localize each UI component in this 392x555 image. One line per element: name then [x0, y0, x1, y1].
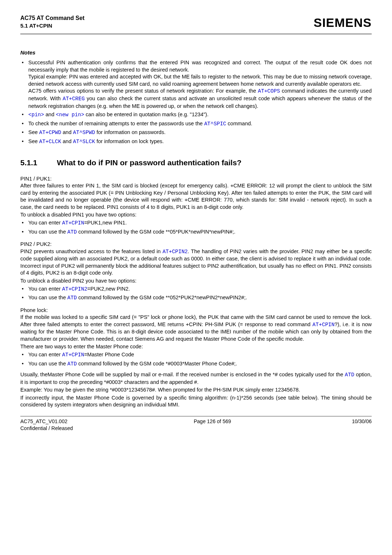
footer-confidential: Confidential / Released: [20, 425, 73, 432]
link-at-spwd[interactable]: AT^SPWD: [73, 130, 95, 135]
list-item: You can use the ATD command followed by …: [20, 294, 372, 302]
notes-list: Successful PIN authentication only confi…: [20, 59, 372, 145]
header-title-block: AC75 AT Command Set 5.1 AT+CPIN: [20, 15, 85, 29]
footer-right: 10/30/06: [352, 418, 372, 432]
list-item: You can use the ATD command followed by …: [20, 360, 372, 368]
link-at-cpin[interactable]: AT+CPIN: [62, 220, 84, 226]
pin2-label: PIN2 / PUK2:: [20, 241, 372, 248]
page-header: AC75 AT Command Set 5.1 AT+CPIN SIEMENS: [20, 15, 372, 31]
note-item: See AT+CPWD and AT^SPWD for information …: [20, 129, 372, 137]
section-title: What to do if PIN or password authentica…: [57, 158, 242, 168]
phone-incorrect: If incorrectly input, the Master Phone C…: [20, 394, 372, 409]
link-at-cpwd[interactable]: AT+CPWD: [39, 130, 61, 135]
opt-text: You can use the: [28, 295, 68, 300]
note-item: To check the number of remaining attempt…: [20, 120, 372, 128]
opt-text: =Master Phone Code: [84, 352, 134, 357]
link-at-cpin[interactable]: AT+CPIN: [62, 352, 84, 358]
link-at-cpin2[interactable]: AT+CPIN2: [163, 249, 188, 255]
list-item: You can enter AT+CPIN2=PUK2,new PIN2.: [20, 285, 372, 293]
opt-text: =PUK2,new PIN2.: [87, 286, 130, 292]
note-item: See AT+CLCK and AT^SLCK for information …: [20, 138, 372, 146]
page-footer: AC75_ATC_V01.002 Confidential / Released…: [20, 417, 372, 432]
opt-text: command followed by the GSM code *#0003*…: [77, 361, 237, 366]
footer-left: AC75_ATC_V01.002 Confidential / Released: [20, 418, 73, 432]
opt-text: =PUK1,new PIN1.: [84, 220, 127, 226]
pin2-options: You can enter AT+CPIN2=PUK2,new PIN2. Yo…: [20, 285, 372, 302]
opt-text: You can enter: [28, 220, 62, 226]
list-item: You can use the ATD command followed by …: [20, 228, 372, 236]
param-pin: <pin>: [28, 112, 44, 118]
link-at-cops[interactable]: AT+COPS: [258, 88, 280, 94]
list-item: You can enter AT+CPIN=Master Phone Code: [20, 351, 372, 359]
pin1-options: You can enter AT+CPIN=PUK1,new PIN1. You…: [20, 219, 372, 236]
siemens-logo: SIEMENS: [314, 15, 372, 31]
phone-body: If the mobile was locked to a specific S…: [20, 314, 372, 343]
opt-text: You can use the: [28, 361, 68, 366]
opt-text: You can enter: [28, 352, 62, 357]
link-at-spic[interactable]: AT^SPIC: [204, 121, 226, 127]
notes-heading: Notes: [20, 49, 372, 56]
opt-text: command followed by the GSM code **052*P…: [77, 295, 247, 300]
footer-version: AC75_ATC_V01.002: [20, 418, 73, 425]
link-atd[interactable]: ATD: [68, 361, 77, 367]
note-item: <pin> and <new pin> can also be entered …: [20, 111, 372, 119]
body-text: Usually, theMaster Phone Code will be su…: [20, 372, 345, 377]
link-at-clck[interactable]: AT+CLCK: [39, 139, 61, 145]
body-text: PIN2 prevents unauthorized access to the…: [20, 248, 163, 254]
pin2-unblock: To unblock a disabled PIN2 you have two …: [20, 278, 372, 285]
footer-center: Page 126 of 569: [194, 418, 231, 432]
phone-options: You can enter AT+CPIN=Master Phone Code …: [20, 351, 372, 368]
opt-text: You can enter: [28, 286, 62, 292]
opt-text: You can use the: [28, 229, 68, 235]
phone-ways: There are two ways to enter the Master P…: [20, 343, 372, 351]
link-atd[interactable]: ATD: [345, 372, 354, 378]
link-at-slck[interactable]: AT^SLCK: [73, 139, 95, 145]
phone-label: Phone lock:: [20, 307, 372, 314]
pin1-label: PIN1 / PUK1:: [20, 175, 372, 183]
section-number: 5.1.1: [20, 158, 37, 168]
phone-example: Example: You may be given the string *#0…: [20, 386, 372, 394]
doc-section: 5.1 AT+CPIN: [20, 22, 85, 29]
phone-usually: Usually, theMaster Phone Code will be su…: [20, 371, 372, 386]
opt-text: command followed by the GSM code **05*PU…: [77, 229, 236, 235]
doc-title: AC75 AT Command Set: [20, 15, 85, 22]
header-divider: [20, 33, 372, 35]
param-new-pin: <new pin>: [56, 112, 84, 118]
section-heading: 5.1.1 What to do if PIN or password auth…: [20, 158, 372, 168]
link-at-creg[interactable]: AT+CREG: [62, 96, 85, 102]
list-item: You can enter AT+CPIN=PUK1,new PIN1.: [20, 219, 372, 227]
link-atd[interactable]: ATD: [68, 295, 77, 301]
link-at-cpin[interactable]: AT+CPIN: [313, 322, 335, 328]
pin1-body: After three failures to enter PIN 1, the…: [20, 182, 372, 211]
link-at-cpin2[interactable]: AT+CPIN2: [62, 286, 87, 292]
link-atd[interactable]: ATD: [68, 229, 77, 235]
pin1-unblock: To unblock a disabled PIN1 you have two …: [20, 211, 372, 219]
note-item: Successful PIN authentication only confi…: [20, 59, 372, 110]
pin2-body: PIN2 prevents unauthorized access to the…: [20, 248, 372, 277]
